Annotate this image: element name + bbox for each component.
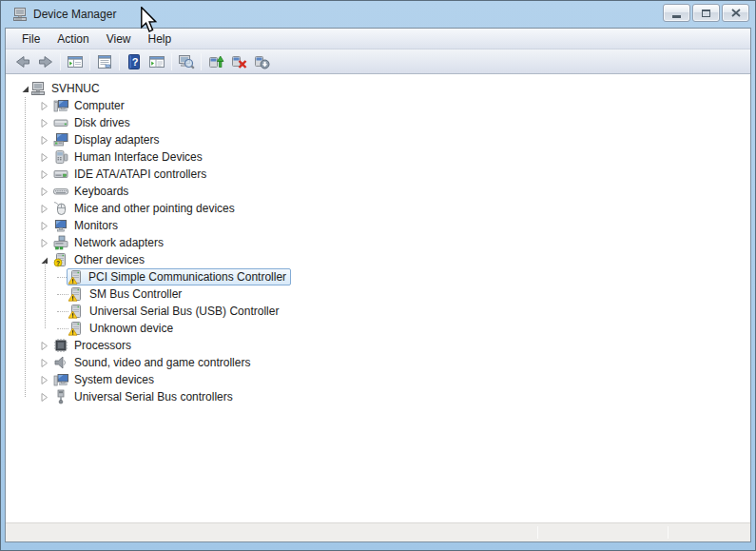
tree-item[interactable]: Monitors [6,217,750,234]
expander-collapsed-icon[interactable] [38,186,49,197]
window-title: Device Manager [33,8,116,21]
warning-device-icon [68,304,84,319]
tree-item[interactable]: Mice and other pointing devices [6,200,750,217]
tree-item-label: Other devices [72,253,146,266]
tree-item-label: System devices [72,373,156,386]
scan-hardware-icon [178,53,195,70]
tree-item[interactable]: Processors [6,337,750,354]
tree-item[interactable]: Disk drives [6,114,750,131]
tree-item[interactable]: Network adapters [6,234,750,251]
keyboard-icon [53,184,68,199]
tree-item-label: Computer [72,99,126,112]
expander-collapsed-icon[interactable] [38,151,49,163]
tree-connector-stub [57,328,68,329]
tree-item-label: Keyboards [72,185,130,198]
status-separator [668,526,669,539]
expander-collapsed-icon[interactable] [38,134,49,146]
close-button[interactable] [722,4,749,22]
tree-item-label: Universal Serial Bus controllers [72,390,235,403]
tree-item-label: Display adapters [72,133,161,147]
expander-collapsed-icon[interactable] [38,117,49,128]
warning-device-icon [68,269,84,285]
expander-collapsed-icon[interactable] [38,203,49,214]
expander-collapsed-icon[interactable] [38,391,49,403]
properties-icon [96,53,113,70]
forward-button[interactable] [34,51,57,72]
warning-device-icon [68,321,84,336]
tree-item[interactable]: Computer [6,97,750,114]
expander-expanded-icon[interactable] [19,83,30,94]
minimize-icon [672,15,681,18]
menu-file[interactable]: File [13,30,48,49]
help-icon: ? [126,53,143,70]
computer-root-icon [30,81,46,96]
toolbar-separator [171,53,172,70]
display-adapter-icon [53,132,68,148]
tree-item[interactable]: Universal Serial Bus controllers [6,388,750,405]
tree-connector-line [25,97,26,397]
tree-connector-line [45,263,46,328]
device-manager-window: Device Manager File Action View Help [0,0,756,551]
expander-collapsed-icon[interactable] [38,357,49,368]
tree-item[interactable]: IDE ATA/ATAPI controllers [6,166,750,183]
expander-collapsed-icon[interactable] [38,237,49,248]
tree-item[interactable]: Unknown device [6,320,750,337]
tree-item-label: Sound, video and game controllers [72,356,252,369]
tree-item-label: Network adapters [72,236,165,249]
tree-item-label: SVHNUC [49,82,102,95]
tree-item[interactable]: Human Interface Devices [6,148,750,166]
tree-item-label: Human Interface Devices [72,150,204,164]
menu-view[interactable]: View [98,30,140,49]
action-pane-icon [148,53,165,70]
expander-collapsed-icon[interactable] [38,220,49,231]
expander-expanded-icon[interactable] [38,254,49,266]
properties-button[interactable] [93,51,116,72]
tree-item-label: Monitors [72,219,120,232]
tree-item[interactable]: SM Bus Controller [6,285,750,303]
menu-help[interactable]: Help [140,30,181,49]
tree-item-label: SM Bus Controller [87,287,184,301]
menu-action[interactable]: Action [48,30,97,49]
device-tree-pane[interactable]: SVHNUC [6,74,750,522]
tree-item-label: Processors [72,339,133,352]
maximize-button[interactable] [692,4,720,22]
tree-item[interactable]: Keyboards [6,183,750,200]
back-button[interactable] [11,51,34,72]
uninstall-icon [230,53,247,70]
maximize-icon [702,10,710,17]
title-bar[interactable]: Device Manager [5,1,751,28]
disable-icon [253,53,270,70]
minimize-button[interactable] [663,4,690,22]
update-driver-icon [207,53,224,70]
uninstall-button[interactable] [227,51,250,72]
show-action-pane-button[interactable] [145,51,168,72]
computer-icon [53,98,68,113]
update-driver-button[interactable] [204,51,227,72]
tree-item[interactable]: Display adapters [6,131,750,148]
console-tree-icon [67,53,84,70]
help-button[interactable]: ? [123,51,145,72]
show-console-tree-button[interactable] [64,51,87,72]
tree-item[interactable]: Universal Serial Bus (USB) Controller [6,303,750,320]
forward-icon [37,53,54,70]
expander-collapsed-icon[interactable] [38,100,49,111]
tree-item[interactable]: ? Other devices [6,251,750,268]
toolbar-separator [89,53,90,70]
tree-item[interactable]: System devices [6,371,750,388]
mouse-icon [53,201,68,216]
tree-item[interactable]: Sound, video and game controllers [6,354,750,371]
speaker-icon [53,355,68,370]
toolbar: ? [6,49,750,74]
tree-item-selected[interactable]: PCI Simple Communications Controller [6,268,750,285]
toolbar-separator [60,53,61,70]
expander-collapsed-icon[interactable] [38,374,49,385]
system-device-icon [53,372,68,387]
hid-icon [53,149,68,165]
tree-item[interactable]: SVHNUC [6,80,750,97]
expander-collapsed-icon[interactable] [38,340,49,351]
disable-button[interactable] [250,51,273,72]
disk-drive-icon [53,115,68,130]
unknown-device-icon: ? [53,252,68,267]
scan-hardware-changes-button[interactable] [175,51,198,72]
expander-collapsed-icon[interactable] [38,168,49,180]
